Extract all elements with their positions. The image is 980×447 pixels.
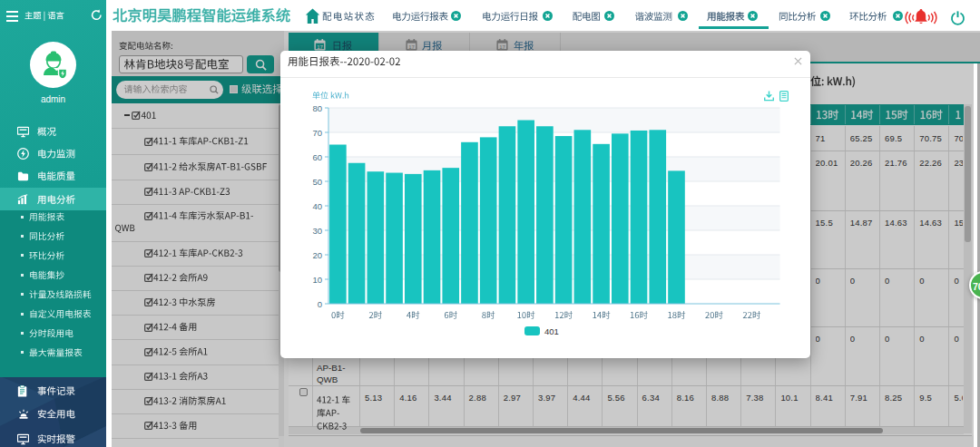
svg-text:60: 60 — [312, 152, 322, 162]
svg-text:40: 40 — [312, 201, 322, 211]
svg-text:20: 20 — [312, 250, 322, 260]
svg-text:80: 80 — [312, 103, 322, 113]
svg-text:10: 10 — [312, 275, 322, 285]
svg-text:50: 50 — [312, 177, 322, 187]
svg-text:70: 70 — [312, 128, 322, 138]
svg-text:30: 30 — [312, 226, 322, 236]
svg-text:0: 0 — [318, 299, 322, 309]
